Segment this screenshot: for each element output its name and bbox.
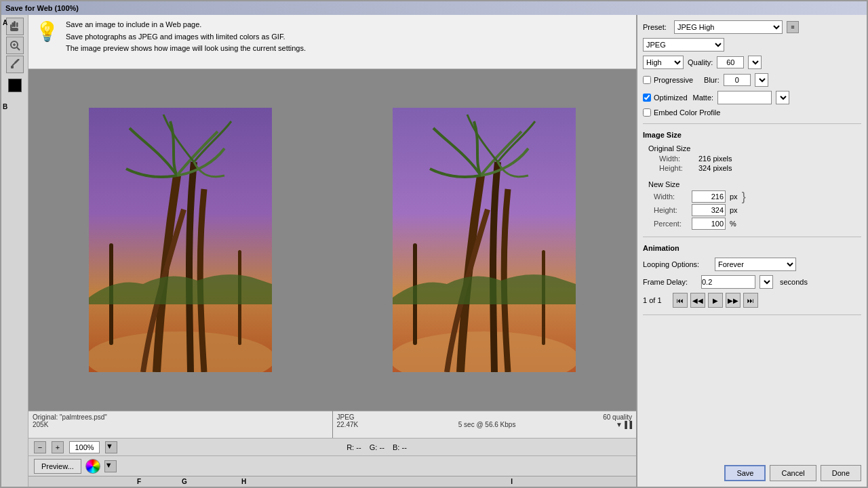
preset-select[interactable]: JPEG High JPEG Medium JPEG Low GIF 128 D… <box>674 20 783 34</box>
width-label: Width: <box>659 155 693 163</box>
looping-select[interactable]: Once Forever 3 Times <box>715 258 796 271</box>
label-b: B <box>3 103 7 110</box>
diagram-labels: F G H I <box>28 476 636 487</box>
left-toolbar: A <box>1 15 28 487</box>
preset-menu-button[interactable]: ≡ <box>787 21 799 33</box>
preset-row: Preset: JPEG High JPEG Medium JPEG Low G… <box>643 20 861 34</box>
new-width-unit: px <box>730 192 738 201</box>
original-image-view[interactable] <box>28 69 332 411</box>
jpeg-size-label: 22.47K <box>337 421 359 428</box>
info-line-3: The image preview shows how image will l… <box>66 43 306 55</box>
status-bar: − + ▼ R: -- G: -- B: -- <box>28 438 636 455</box>
frame-info: 1 of 1 <box>643 296 670 304</box>
color-picker-button[interactable] <box>85 459 100 474</box>
zoom-dropdown-button[interactable]: ▼ <box>105 441 117 453</box>
matte-dropdown[interactable]: ▼ <box>776 91 789 104</box>
divider-2 <box>643 237 861 237</box>
optimized-matte-row: Optimized Matte: ▼ <box>643 91 861 104</box>
progressive-checkbox[interactable] <box>643 76 651 84</box>
embed-profile-checkbox[interactable] <box>643 108 651 117</box>
frame-delay-input[interactable] <box>701 275 755 289</box>
svg-line-11 <box>15 59 19 63</box>
original-panel: Original: "palmtrees.psd" 205K <box>28 69 333 438</box>
percent-input[interactable] <box>692 218 726 230</box>
matte-label: Matte: <box>693 94 714 102</box>
done-button[interactable]: Done <box>821 465 861 481</box>
title-text: Save for Web (100%) <box>5 4 79 12</box>
image-size-title: Image Size <box>643 131 861 139</box>
main-content: A <box>1 15 867 487</box>
quality-row: Low Medium High Very High Maximum Qualit… <box>643 56 861 69</box>
color-swatch[interactable] <box>8 79 22 92</box>
matte-input[interactable] <box>717 91 772 104</box>
quality-value-input[interactable] <box>717 56 744 68</box>
frame-delay-unit: seconds <box>780 278 808 286</box>
zoom-out-button[interactable]: − <box>34 441 46 453</box>
action-buttons: Save Cancel Done <box>643 461 861 481</box>
anim-last-button[interactable]: ⏭ <box>743 293 758 308</box>
zoom-input[interactable] <box>69 441 100 453</box>
dialog: Save for Web (100%) A <box>0 0 868 488</box>
new-height-label: Height: <box>654 206 688 214</box>
r-value: R: -- <box>347 443 361 451</box>
anim-first-button[interactable]: ⏮ <box>673 293 688 308</box>
g-value: G: -- <box>370 443 384 451</box>
diagram-label-i: I <box>511 478 513 485</box>
new-width-label: Width: <box>654 192 688 201</box>
info-line-2: Save photographs as JPEG and images with… <box>66 31 306 43</box>
b-value: B: -- <box>393 443 407 451</box>
divider-1 <box>643 123 861 124</box>
progressive-blur-row: Progressive Blur: ▼ <box>643 73 861 87</box>
optimized-label: Optimized <box>654 94 688 102</box>
optimized-checkbox[interactable] <box>643 94 651 102</box>
percent-label: Percent: <box>654 220 688 228</box>
hand-icon <box>9 21 20 32</box>
quality-select[interactable]: Low Medium High Very High Maximum <box>643 56 684 69</box>
height-label: Height: <box>659 164 693 172</box>
blur-row: Blur: ▼ <box>704 73 768 87</box>
eyedropper-tool-button[interactable] <box>6 56 24 73</box>
percent-unit: % <box>730 220 736 228</box>
anim-prev-button[interactable]: ◀◀ <box>690 293 705 308</box>
color-options-dropdown[interactable]: ▼ <box>104 460 117 472</box>
jpeg-image-view[interactable] <box>333 69 637 411</box>
new-width-input[interactable] <box>692 190 726 203</box>
progressive-row: Progressive <box>643 76 693 84</box>
original-filesize: 205K <box>33 421 328 428</box>
title-bar: Save for Web (100%) <box>1 1 867 15</box>
looping-row: Looping Options: Once Forever 3 Times <box>643 258 861 271</box>
svg-rect-2 <box>12 22 14 27</box>
blur-dropdown[interactable]: ▼ <box>755 73 768 87</box>
jpeg-quality-label: 60 quality <box>603 413 632 421</box>
blur-input[interactable] <box>724 74 751 86</box>
original-palm-image <box>89 108 272 372</box>
image-panels: Original: "palmtrees.psd" 205K <box>28 69 636 438</box>
original-width-row: Width: 216 pixels <box>648 155 861 163</box>
frame-delay-dropdown[interactable]: ▼ <box>760 275 773 289</box>
anim-play-button[interactable]: ▶ <box>708 293 723 308</box>
new-height-row: Height: px <box>648 204 861 216</box>
eyedropper-icon <box>9 59 20 70</box>
svg-rect-9 <box>11 66 14 68</box>
svg-rect-4 <box>10 28 18 31</box>
info-icon: 💡 <box>35 20 59 43</box>
frame-delay-row: Frame Delay: ▼ seconds <box>643 275 861 289</box>
zoom-tool-button[interactable] <box>6 37 24 54</box>
format-select[interactable]: JPEG GIF PNG-8 PNG-24 WBMP <box>643 38 724 52</box>
original-panel-label: Original: "palmtrees.psd" 205K <box>28 411 332 438</box>
embed-profile-label: Embed Color Profile <box>654 108 720 117</box>
jpeg-panel-label: JPEG 60 quality 22.47K 5 sec @ 56.6 Kbps… <box>333 411 637 438</box>
new-height-input[interactable] <box>692 204 726 216</box>
save-button[interactable]: Save <box>724 465 766 481</box>
hand-tool-button[interactable] <box>6 18 24 35</box>
right-panel: Preset: JPEG High JPEG Medium JPEG Low G… <box>636 15 867 487</box>
anim-next-button[interactable]: ▶▶ <box>726 293 741 308</box>
zoom-in-button[interactable]: + <box>52 441 64 453</box>
diagram-label-f: F <box>137 478 141 485</box>
new-height-unit: px <box>730 206 738 214</box>
quality-dropdown[interactable]: ▼ <box>748 56 762 69</box>
preview-button[interactable]: Preview... <box>34 459 81 474</box>
jpeg-panel: JPEG 60 quality 22.47K 5 sec @ 56.6 Kbps… <box>333 69 637 438</box>
cancel-button[interactable]: Cancel <box>770 465 816 481</box>
link-icon: } <box>742 190 746 203</box>
